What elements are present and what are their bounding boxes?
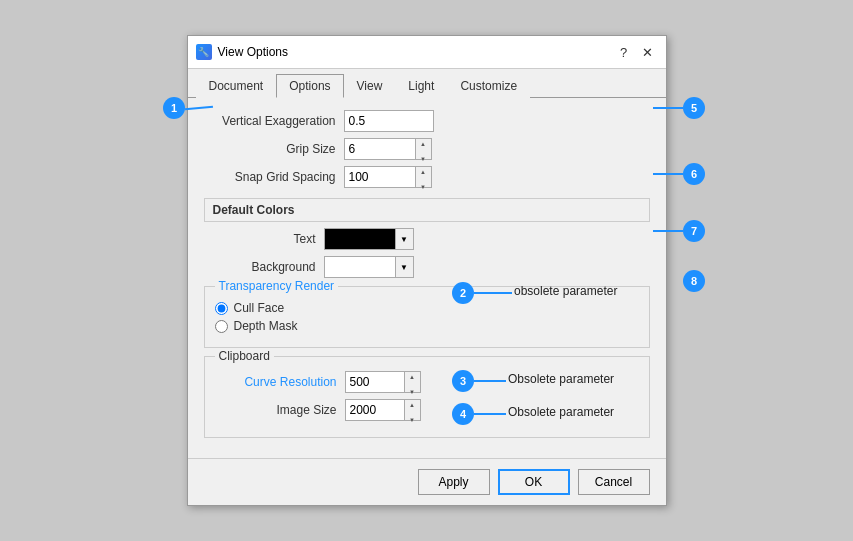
footer: Apply OK Cancel bbox=[188, 458, 666, 505]
outer-wrapper: 1 5 6 7 8 2 obsolete parameter 3 Obsolet… bbox=[0, 0, 853, 541]
image-size-label: Image Size bbox=[215, 403, 345, 417]
text-color-label: Text bbox=[224, 232, 324, 246]
tab-options[interactable]: Options bbox=[276, 74, 343, 98]
annotation-text-3: Obsolete parameter bbox=[508, 372, 614, 386]
vertical-exaggeration-label: Vertical Exaggeration bbox=[204, 114, 344, 128]
tab-customize[interactable]: Customize bbox=[447, 74, 530, 98]
dialog-title: View Options bbox=[218, 45, 288, 59]
annotation-text-2: obsolete parameter bbox=[514, 284, 617, 298]
image-size-input-group bbox=[345, 399, 421, 421]
spin-down-icon bbox=[420, 150, 426, 164]
transparency-render-title: Transparency Render bbox=[215, 279, 339, 293]
tab-light[interactable]: Light bbox=[395, 74, 447, 98]
app-icon: 🔧 bbox=[196, 44, 212, 60]
annotation-badge-3: 3 bbox=[452, 370, 474, 392]
depth-mask-radio[interactable] bbox=[215, 320, 228, 333]
annotation-line-3 bbox=[474, 380, 506, 382]
depth-mask-row: Depth Mask bbox=[215, 319, 639, 333]
vertical-exaggeration-row: Vertical Exaggeration bbox=[204, 110, 650, 132]
view-options-dialog: 🔧 View Options ? ✕ Document Options View… bbox=[187, 35, 667, 506]
snap-grid-spacing-input-group bbox=[344, 166, 432, 188]
tab-document[interactable]: Document bbox=[196, 74, 277, 98]
curve-resolution-input-group bbox=[345, 371, 421, 393]
annotation-badge-7: 7 bbox=[683, 220, 705, 242]
tab-bar: Document Options View Light Customize bbox=[188, 69, 666, 98]
spin-up-icon bbox=[420, 135, 426, 149]
curve-resolution-input[interactable] bbox=[345, 371, 405, 393]
close-button[interactable]: ✕ bbox=[638, 42, 658, 62]
ok-button[interactable]: OK bbox=[498, 469, 570, 495]
grip-size-spinner[interactable] bbox=[416, 138, 432, 160]
text-color-swatch[interactable] bbox=[324, 228, 396, 250]
background-color-swatch[interactable] bbox=[324, 256, 396, 278]
image-size-input[interactable] bbox=[345, 399, 405, 421]
background-color-label: Background bbox=[224, 260, 324, 274]
vertical-exaggeration-input[interactable] bbox=[344, 110, 434, 132]
grip-size-input-group bbox=[344, 138, 432, 160]
annotation-badge-4: 4 bbox=[452, 403, 474, 425]
grip-size-row: Grip Size bbox=[204, 138, 650, 160]
spin-down-icon-4 bbox=[409, 411, 415, 425]
annotation-text-4: Obsolete parameter bbox=[508, 405, 614, 419]
vertical-exaggeration-input-group bbox=[344, 110, 434, 132]
background-color-dropdown[interactable]: ▼ bbox=[396, 256, 414, 278]
clipboard-group: Clipboard Curve Resolution Image bbox=[204, 356, 650, 438]
snap-grid-spacing-input[interactable] bbox=[344, 166, 416, 188]
snap-grid-spinner[interactable] bbox=[416, 166, 432, 188]
spin-down-icon-2 bbox=[420, 178, 426, 192]
cull-face-row: Cull Face bbox=[215, 301, 639, 315]
curve-resolution-spinner[interactable] bbox=[405, 371, 421, 393]
text-color-row: Text ▼ bbox=[224, 228, 650, 250]
spin-up-icon-3 bbox=[409, 368, 415, 382]
grip-size-label: Grip Size bbox=[204, 142, 344, 156]
spin-up-icon-4 bbox=[409, 396, 415, 410]
cull-face-radio[interactable] bbox=[215, 302, 228, 315]
text-color-dropdown[interactable]: ▼ bbox=[396, 228, 414, 250]
title-bar-left: 🔧 View Options bbox=[196, 44, 288, 60]
curve-resolution-label: Curve Resolution bbox=[215, 375, 345, 389]
grip-size-input[interactable] bbox=[344, 138, 416, 160]
annotation-line-6 bbox=[653, 173, 683, 175]
annotation-line-4 bbox=[474, 413, 506, 415]
annotation-line-5 bbox=[653, 107, 683, 109]
cull-face-label[interactable]: Cull Face bbox=[234, 301, 285, 315]
annotation-line-2 bbox=[474, 292, 512, 294]
clipboard-title: Clipboard bbox=[215, 349, 274, 363]
background-color-row: Background ▼ bbox=[224, 256, 650, 278]
depth-mask-label[interactable]: Depth Mask bbox=[234, 319, 298, 333]
annotation-badge-5: 5 bbox=[683, 97, 705, 119]
spin-up-icon-2 bbox=[420, 163, 426, 177]
title-controls: ? ✕ bbox=[614, 42, 658, 62]
annotation-badge-2: 2 bbox=[452, 282, 474, 304]
annotation-badge-6: 6 bbox=[683, 163, 705, 185]
annotation-badge-1: 1 bbox=[163, 97, 185, 119]
snap-grid-spacing-label: Snap Grid Spacing bbox=[204, 170, 344, 184]
spin-down-icon-3 bbox=[409, 383, 415, 397]
annotation-line-7 bbox=[653, 230, 683, 232]
annotation-badge-8: 8 bbox=[683, 270, 705, 292]
apply-button[interactable]: Apply bbox=[418, 469, 490, 495]
snap-grid-spacing-row: Snap Grid Spacing bbox=[204, 166, 650, 188]
tab-view[interactable]: View bbox=[344, 74, 396, 98]
image-size-spinner[interactable] bbox=[405, 399, 421, 421]
help-button[interactable]: ? bbox=[614, 42, 634, 62]
title-bar: 🔧 View Options ? ✕ bbox=[188, 36, 666, 69]
cancel-button[interactable]: Cancel bbox=[578, 469, 650, 495]
options-content: Vertical Exaggeration Grip Size Sn bbox=[188, 98, 666, 458]
default-colors-header: Default Colors bbox=[204, 198, 650, 222]
